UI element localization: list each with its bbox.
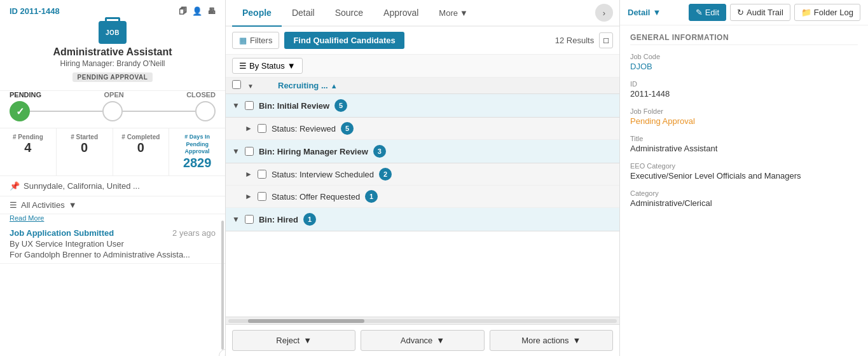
job-id-text: ID 2011-1448 <box>10 6 60 16</box>
header-chevron: ▼ <box>247 81 260 90</box>
status-label-1: Status: Reviewed <box>272 124 336 134</box>
reject-label: Reject <box>276 336 300 345</box>
stat-completed-label: # Completed <box>116 134 167 140</box>
copy-icon[interactable]: 🗍 <box>179 6 187 16</box>
tab-next-button[interactable]: › <box>595 4 613 22</box>
field-job-code: Job Code DJOB <box>630 53 858 71</box>
activities-row[interactable]: ☰ All Activities ▼ <box>0 196 225 214</box>
bin-expand-icon-3: ▼ <box>232 215 240 224</box>
folder-log-button[interactable]: 📁 Folder Log <box>794 4 860 21</box>
job-briefcase-icon: JOB <box>99 21 127 44</box>
stat-days-value: 2829 <box>172 156 223 170</box>
status-expand-icon-1: ► <box>245 124 252 133</box>
location-text: Sunnydale, California, United ... <box>24 181 140 191</box>
tab-bar: People Detail Source Approval More ▼ › <box>226 0 619 27</box>
field-job-folder: Job Folder Pending Approval <box>630 107 858 126</box>
detail-title-text: Detail <box>628 8 650 17</box>
find-candidates-button[interactable]: Find Qualified Candidates <box>284 32 404 49</box>
person-icon[interactable]: 👤 <box>192 6 202 16</box>
hiring-manager: Hiring Manager: Brandy O'Neill <box>10 59 216 68</box>
table-area[interactable]: ▼ Bin: Initial Review 5 ► Status: Review… <box>226 94 619 317</box>
job-id-icons: 🗍 👤 🖶 <box>179 6 216 16</box>
select-all-checkbox[interactable] <box>232 80 245 91</box>
stat-days: # Days InPendingApproval 2829 <box>169 128 225 175</box>
field-id: ID 2011-1448 <box>630 80 858 99</box>
bin-initial-review[interactable]: ▼ Bin: Initial Review 5 <box>226 94 619 118</box>
bin-badge-2: 3 <box>373 145 386 158</box>
h-scroll-thumb <box>248 319 364 323</box>
bin-label-1: Bin: Initial Review <box>259 101 329 111</box>
filters-button[interactable]: ▦ Filters <box>232 32 279 49</box>
status-checkbox-3[interactable] <box>258 192 266 201</box>
read-more-link[interactable]: Read More <box>0 214 225 222</box>
status-label-3: Status: Offer Requested <box>272 192 360 202</box>
toolbar: ▦ Filters Find Qualified Candidates 12 R… <box>226 27 619 55</box>
print-icon[interactable]: 🖶 <box>207 6 216 16</box>
status-interview-scheduled[interactable]: ► Status: Interview Scheduled 2 <box>226 163 619 186</box>
status-expand-icon-2: ► <box>245 170 252 179</box>
status-reviewed[interactable]: ► Status: Reviewed 5 <box>226 118 619 140</box>
bin-label-2: Bin: Hiring Manager Review <box>259 147 368 156</box>
recruiting-column-header[interactable]: Recruiting ... ▲ <box>278 81 505 90</box>
status-badge-2: 2 <box>379 168 392 181</box>
activity-time: 2 years ago <box>172 228 216 238</box>
activity-header: Job Application Submitted 2 years ago <box>10 228 216 238</box>
field-value-job-code[interactable]: DJOB <box>630 62 858 71</box>
horizontal-scrollbar[interactable] <box>226 317 619 324</box>
recruiting-header-label: Recruiting ... <box>278 81 328 90</box>
job-title: Administrative Assistant <box>10 46 216 58</box>
right-header: ✎ Edit ↻ Audit Trail 📁 Folder Log Detail… <box>620 0 868 25</box>
tab-more-arrow-icon: ▼ <box>460 8 468 18</box>
middle-panel: People Detail Source Approval More ▼ › ▦… <box>226 0 620 356</box>
sort-chevron-icon: ▼ <box>287 61 296 71</box>
tab-people[interactable]: People <box>232 0 282 27</box>
status-checkbox-1[interactable] <box>258 124 266 133</box>
stat-started: # Started 0 <box>57 128 113 175</box>
progress-label-open: OPEN <box>104 91 124 99</box>
stat-pending: # Pending 4 <box>0 128 57 175</box>
activity-detail-2: For Gandolph Brenner to Administrative A… <box>10 250 216 259</box>
bin-hired[interactable]: ▼ Bin: Hired 1 <box>226 208 619 231</box>
bin-checkbox-1[interactable] <box>245 101 254 110</box>
header-chevron-icon: ▼ <box>247 83 254 90</box>
status-badge: PENDING APPROVAL <box>72 72 153 82</box>
status-checkbox-2[interactable] <box>258 170 266 179</box>
reject-button[interactable]: Reject ▼ <box>232 330 355 351</box>
expand-button[interactable]: □ <box>599 32 613 48</box>
folder-log-icon: 📁 <box>801 8 811 17</box>
audit-trail-label: Audit Trail <box>747 8 783 17</box>
edit-button[interactable]: ✎ Edit <box>689 4 726 21</box>
tab-approval[interactable]: Approval <box>373 0 429 27</box>
field-value-job-folder[interactable]: Pending Approval <box>630 116 858 126</box>
more-actions-button[interactable]: More actions ▼ <box>490 330 613 351</box>
bin-label-3: Bin: Hired <box>259 215 298 224</box>
sort-dropdown[interactable]: ☰ By Status ▼ <box>232 58 303 74</box>
stat-pending-label: # Pending <box>3 134 53 140</box>
advance-arrow-icon: ▼ <box>436 336 444 345</box>
job-id-row: ID 2011-1448 🗍 👤 🖶 <box>10 6 216 16</box>
stat-started-value: 0 <box>59 140 110 155</box>
field-value-title: Administrative Assistant <box>630 144 858 153</box>
status-offer-requested[interactable]: ► Status: Offer Requested 1 <box>226 186 619 208</box>
left-panel-scroll[interactable]: Read More Job Application Submitted 2 ye… <box>0 214 225 356</box>
tab-detail[interactable]: Detail <box>282 0 325 27</box>
header-checkbox[interactable] <box>232 80 241 89</box>
stat-days-label: # Days InPendingApproval <box>172 134 223 156</box>
progress-labels: PENDING OPEN CLOSED <box>0 91 225 99</box>
action-bar: Reject ▼ Advance ▼ More actions ▼ <box>226 324 619 356</box>
tab-more[interactable]: More ▼ <box>429 1 478 27</box>
sort-up-icon: ▲ <box>331 82 338 90</box>
results-count: 12 Results <box>555 36 594 45</box>
activity-title[interactable]: Job Application Submitted <box>10 228 114 238</box>
filter-icon-activities: ☰ <box>10 200 17 210</box>
right-content: GENERAL INFORMATION Job Code DJOB ID 201… <box>620 25 868 356</box>
bin-hiring-manager-review[interactable]: ▼ Bin: Hiring Manager Review 3 <box>226 140 619 163</box>
bin-checkbox-2[interactable] <box>245 147 254 156</box>
bin-checkbox-3[interactable] <box>245 215 254 224</box>
tab-source[interactable]: Source <box>325 0 373 27</box>
status-badge-3: 1 <box>365 190 378 203</box>
filters-label: Filters <box>250 36 272 45</box>
section-title-general: GENERAL INFORMATION <box>630 33 858 45</box>
audit-trail-button[interactable]: ↻ Audit Trail <box>730 4 790 21</box>
advance-button[interactable]: Advance ▼ <box>361 330 484 351</box>
